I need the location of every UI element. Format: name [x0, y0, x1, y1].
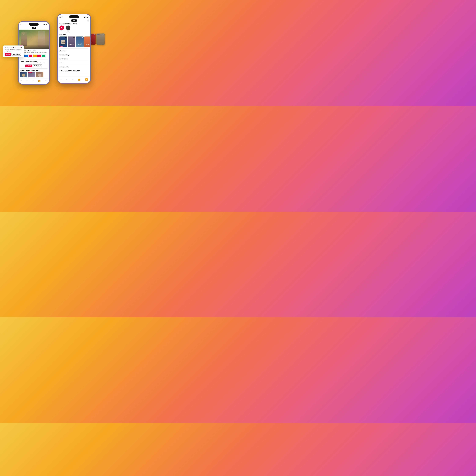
menu-item-enheder[interactable]: Enheder: [59, 61, 89, 65]
thumb-2[interactable]: TORSDAGE: [28, 72, 35, 77]
cast-icon[interactable]: ⬚: [87, 20, 89, 21]
popup-login-button[interactable]: LOG IND: [5, 53, 11, 56]
section-title: STØRSTE PROGRAMMER LIGE NU: [20, 70, 39, 71]
status-icons-right: ▐▐▐ wifi 80: [83, 17, 88, 18]
min-liste-header: MIN LISTE ›: [59, 34, 89, 36]
rnav-home-icon[interactable]: ⌂: [60, 78, 61, 81]
channel-p3[interactable]: P3: [29, 55, 32, 57]
menu-label-3: Notifikationer: [59, 58, 68, 60]
gurlu-art: GURLU: [61, 40, 65, 44]
ny-saeson-badge: NY SÆSON: [60, 46, 63, 47]
fcard-torsdage-label2: TORSDAGE: [97, 34, 100, 35]
phone-right: 9:41 ▐▐▐ wifi 80 DR ⬚ IKKE RASMUS? SKIFT…: [57, 14, 91, 84]
profile-header: IKKE RASMUS? SKIFT PROFIL: [59, 22, 89, 24]
profile-add[interactable]: + TILFØJ PROFIL: [66, 25, 70, 33]
continue-desc: Log ind på DR TV for at fortsætte dine y…: [21, 62, 46, 64]
wifi-icon-right: wifi: [85, 17, 86, 18]
avatar-laura: L: [59, 25, 64, 30]
thumb-badge: TORSDAGE: [28, 72, 32, 73]
thumb-1[interactable]: [20, 72, 27, 77]
dr-logo-left: DR: [32, 27, 36, 29]
victoria-close[interactable]: ✕: [82, 37, 83, 38]
nav-radio-icon[interactable]: 📻: [38, 80, 40, 82]
signal-icon: ▐▐▐: [43, 24, 45, 25]
fcard-torsdage-close[interactable]: ✕: [103, 34, 104, 35]
section-arrow: ›: [39, 70, 40, 71]
lala-close[interactable]: ✕: [90, 37, 90, 38]
check-icon: ✓: [59, 70, 61, 72]
continue-login-button[interactable]: LOG IND: [25, 65, 32, 67]
nav-home-icon[interactable]: ⌂: [21, 80, 22, 82]
profile-laura[interactable]: L LAURA: [59, 25, 64, 32]
menu-label-4: Enheder: [59, 62, 65, 64]
dr-logo-bar-right: DR ⬚: [58, 19, 90, 22]
bottom-nav-left: ⌂ ⊞ ⌕ 📻 ☺: [19, 78, 49, 84]
nav-search-icon[interactable]: ⌕: [33, 80, 34, 82]
dr-logo-bar-left: DR: [19, 26, 49, 30]
continue-create-button[interactable]: OPRET KONTO: [33, 65, 42, 67]
continue-title: Vil du fortsætte, hvor du slap?: [21, 61, 46, 62]
channel-ramasjang[interactable]: R: [42, 55, 45, 57]
menu-items: Mit indhold Kontoindstillinger Notifikat…: [59, 49, 89, 73]
carol-title: CAROL: [69, 44, 74, 45]
popup-title: Vil du gemme dine favoritter?: [5, 47, 22, 49]
continue-popup: Vil du fortsætte, hvor du slap? Log ind …: [20, 59, 48, 68]
rnav-radio-icon[interactable]: 📻: [78, 78, 80, 81]
dynamic-island-left: [29, 23, 39, 26]
menu-label-1: Mit indhold: [59, 50, 66, 52]
rnav-grid-icon[interactable]: ⊞: [66, 78, 68, 81]
battery-icon-right: 80: [87, 17, 88, 18]
profile-add-label: TILFØJ PROFIL: [67, 31, 70, 33]
channel-mini[interactable]: mini: [37, 55, 41, 57]
time-left: 9:41: [20, 24, 23, 25]
menu-item-drtv-eu[interactable]: ✓ Du kan se DRTV i EU og EØS: [59, 69, 89, 73]
thumbnails-row: TORSDAGE: [19, 72, 49, 77]
menu-label-2: Kontoindstillinger: [59, 54, 70, 56]
liste-row: GURLU ✕ NY SÆSON CAROL ✕ VICTORIA &ABDUL…: [59, 36, 89, 47]
nav-grid-icon[interactable]: ⊞: [26, 80, 28, 82]
popup-buttons: LOG IND OPRET KONTO: [5, 53, 22, 56]
profile-laura-label: LAURA: [60, 31, 63, 32]
right-content: IKKE RASMUS? SKIFT PROFIL L LAURA + TILF…: [58, 22, 90, 80]
menu-item-konto[interactable]: Kontoindstillinger: [59, 53, 89, 57]
fcard-carmen-close[interactable]: ✕: [94, 34, 95, 35]
popup-create-button[interactable]: OPRET KONTO: [12, 53, 21, 56]
phone-right-inner: 9:41 ▐▐▐ wifi 80 DR ⬚ IKKE RASMUS? SKIFT…: [58, 14, 90, 83]
time-right: 9:41: [60, 17, 62, 18]
liste-thumb-lalaland[interactable]: LA LA L ✕: [84, 36, 90, 47]
rnav-search-icon[interactable]: ⌕: [72, 78, 73, 81]
menu-item-notifikationer[interactable]: Notifikationer: [59, 57, 89, 61]
thumb-face-3: [38, 74, 41, 77]
menu-label-5: Opret pin-kode: [59, 66, 68, 68]
liste-thumb-carol[interactable]: CAROL ✕: [68, 36, 75, 47]
channel-dr2[interactable]: 2: [24, 55, 28, 57]
thumb-face: [22, 74, 25, 77]
channel-u[interactable]: U: [33, 55, 37, 57]
menu-label-6: Du kan se DRTV i EU og EØS: [61, 70, 80, 72]
nav-profile-icon[interactable]: ☺: [45, 80, 47, 82]
avatar-add: +: [66, 25, 70, 30]
liste-thumb-victoria[interactable]: VICTORIA &ABDUL ✕: [76, 36, 84, 47]
dr-logo-right: DR: [71, 19, 77, 22]
hero-plant-bg: [19, 30, 49, 38]
min-liste-arrow[interactable]: ›: [66, 34, 67, 35]
section-header: STØRSTE PROGRAMMER LIGE NU ›: [19, 69, 49, 72]
fcard-torsdage[interactable]: TORSDAGE ✕: [97, 34, 105, 45]
signal-icon-right: ▐▐▐: [83, 17, 85, 18]
min-liste-title: MIN LISTE: [59, 34, 66, 36]
continue-buttons: LOG IND OPRET KONTO: [21, 65, 46, 67]
dynamic-island-right: [69, 16, 79, 18]
menu-item-mit-indhold[interactable]: Mit indhold: [59, 49, 89, 53]
status-icons-left: ▐▐▐ wifi: [43, 24, 47, 25]
phone-right-screen: 9:41 ▐▐▐ wifi 80 DR ⬚ IKKE RASMUS? SKIFT…: [58, 14, 90, 83]
thumb-3[interactable]: [36, 72, 43, 77]
favorites-popup: Vil du gemme dine favoritter? Log ind på…: [3, 46, 24, 57]
carol-close[interactable]: ✕: [73, 37, 75, 38]
liste-thumb-gurlu[interactable]: GURLU ✕ NY SÆSON: [59, 36, 67, 47]
victoria-title: VICTORIA &ABDUL: [77, 43, 83, 45]
gurlu-close[interactable]: ✕: [65, 37, 67, 38]
rnav-avatar[interactable]: R: [85, 78, 88, 81]
bottom-nav-right: ⌂ ⊞ ⌕ 📻 R: [58, 77, 90, 83]
profiles-row: L LAURA + TILFØJ PROFIL: [59, 25, 89, 33]
menu-item-pinkode[interactable]: Opret pin-kode: [59, 65, 89, 69]
